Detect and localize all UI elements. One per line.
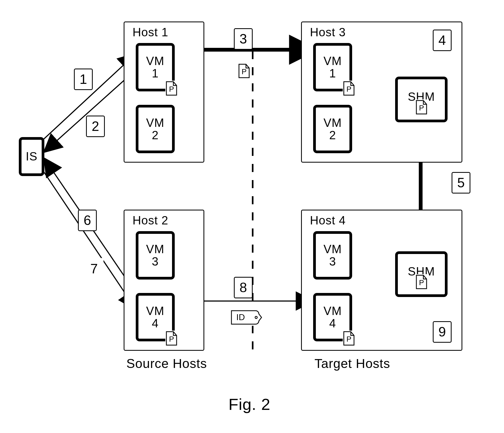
vm3-src-label: VM 3 — [146, 243, 165, 268]
id-tag: ID — [230, 309, 262, 326]
is-label: IS — [26, 150, 38, 163]
step-6: 6 — [78, 210, 97, 231]
host-4-label: Host 4 — [310, 214, 346, 227]
doc-p-vm1-tgt: P — [343, 81, 355, 96]
figure-caption: Fig. 2 — [228, 395, 270, 414]
step-2: 2 — [86, 116, 105, 137]
host-3-label: Host 3 — [310, 26, 346, 39]
vm3-src: VM 3 — [136, 231, 175, 280]
step-4: 4 — [433, 30, 452, 51]
vm2-tgt-label: VM 2 — [324, 117, 342, 141]
step-3: 3 — [234, 28, 253, 50]
doc-p-shm3-label: P — [419, 104, 424, 112]
vm4-tgt-label: VM 4 — [324, 305, 342, 330]
vm3-tgt: VM 3 — [313, 231, 352, 280]
doc-p-vm4-tgt-label: P — [346, 335, 352, 343]
id-tag-label: ID — [236, 312, 245, 322]
doc-p-vm4-src-label: P — [169, 335, 174, 343]
step-1: 1 — [74, 69, 93, 90]
svg-line-4 — [43, 171, 136, 309]
vm4-src-label: VM 4 — [146, 305, 165, 330]
step-9: 9 — [433, 321, 452, 343]
doc-p-vm1-src-label: P — [169, 85, 174, 94]
vm3-tgt-label: VM 3 — [324, 243, 342, 268]
doc-p-shm4-label: P — [419, 278, 424, 287]
host-2-label: Host 2 — [133, 214, 168, 227]
doc-p-shm3: P — [415, 99, 428, 115]
doc-p-vm1-src: P — [165, 81, 178, 96]
step-8: 8 — [234, 277, 253, 298]
vm2-src-label: VM 2 — [146, 117, 165, 141]
doc-p-arrow3-label: P — [242, 67, 247, 76]
doc-p-shm4: P — [415, 274, 428, 290]
doc-p-vm1-tgt-label: P — [346, 85, 352, 94]
vm2-tgt: VM 2 — [313, 105, 352, 153]
source-hosts-label: Source Hosts — [126, 356, 207, 371]
vm1-tgt-label: VM 1 — [324, 55, 342, 80]
vm2-src: VM 2 — [136, 105, 175, 153]
step-5: 5 — [452, 172, 470, 194]
target-hosts-label: Target Hosts — [314, 356, 390, 371]
doc-p-arrow3: P — [238, 63, 250, 79]
host-1-label: Host 1 — [133, 26, 168, 39]
is-node: IS — [19, 137, 44, 176]
doc-p-vm4-tgt: P — [343, 331, 355, 346]
diagram-canvas: IS Host 1 VM 1 P VM 2 Host 2 VM 3 VM 4 P… — [0, 0, 504, 433]
doc-p-vm4-src: P — [165, 331, 178, 346]
step-7: 7 — [85, 258, 103, 280]
vm1-src-label: VM 1 — [146, 55, 165, 80]
